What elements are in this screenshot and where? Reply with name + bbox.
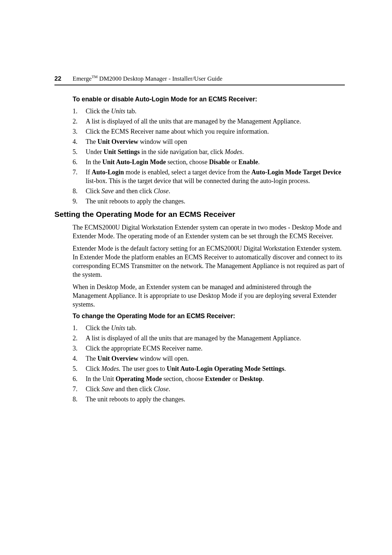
step-item: A list is displayed of all the units tha…	[73, 117, 345, 126]
step-text: section, choose	[162, 375, 205, 382]
step-item: The unit reboots to apply the changes.	[73, 197, 345, 206]
step-item: In the Unit Auto-Login Mode section, cho…	[73, 158, 345, 166]
step-bold: Unit Auto-Login Mode	[102, 158, 166, 166]
step-text: .	[258, 158, 260, 166]
header-rule	[54, 85, 345, 85]
step-text: Click the	[86, 108, 111, 115]
step-bold: Auto-Login	[92, 169, 124, 176]
step-bold: Unit Overview	[97, 138, 138, 145]
step-text: .	[242, 148, 244, 155]
step-text: If	[86, 169, 92, 176]
step-item: Click Save and then click Close.	[73, 385, 345, 393]
step-item: A list is displayed of all the units tha…	[73, 334, 345, 343]
step-text: Click the ECMS Receiver name about which…	[86, 128, 269, 135]
step-item: In the Unit Operating Mode section, choo…	[73, 374, 345, 383]
step-text: or	[230, 158, 238, 166]
step-text: list-box. This is the target device that…	[86, 177, 310, 185]
page-number: 22	[54, 75, 73, 82]
step-text: Click	[86, 187, 102, 195]
paragraph: The ECMS2000U Digital Workstation Extend…	[73, 223, 345, 240]
step-text: The	[86, 355, 97, 362]
header-title-prefix: Emerge	[73, 75, 92, 82]
step-text: The	[86, 138, 97, 145]
step-italic: Units	[111, 108, 125, 115]
step-text: window will open.	[138, 355, 189, 362]
step-text: .	[262, 375, 264, 382]
step-bold: Disable	[209, 158, 230, 166]
step-text: In the Unit	[86, 375, 116, 382]
step-item: The unit reboots to apply the changes.	[73, 395, 345, 404]
trademark-symbol: TM	[92, 74, 98, 79]
step-italic: Units	[111, 324, 125, 332]
step-text: The unit reboots to apply the changes.	[86, 396, 185, 403]
step-bold: Operating Mode	[116, 375, 162, 382]
paragraph: When in Desktop Mode, an Extender system…	[73, 283, 345, 309]
section2-steps: Click the Units tab. A list is displayed…	[73, 324, 345, 404]
step-text: tab.	[125, 324, 136, 332]
step-text: tab.	[125, 108, 136, 115]
step-text: in the side navigation bar, click	[140, 148, 225, 155]
step-text: Click the appropriate ECMS Receiver name…	[86, 345, 203, 352]
step-text: or	[231, 375, 240, 382]
step-text: Click	[86, 385, 102, 393]
step-bold: Auto-Login Mode Target Device	[252, 169, 341, 176]
step-text: The unit reboots to apply the changes.	[86, 198, 185, 205]
step-item: If Auto-Login mode is enabled, select a …	[73, 168, 345, 185]
step-bold: Unit Overview	[97, 355, 138, 362]
section2-heading: To change the Operating Mode for an ECMS…	[73, 312, 345, 320]
step-text: .	[168, 385, 170, 393]
section1-heading: To enable or disable Auto-Login Mode for…	[73, 96, 345, 103]
step-item: The Unit Overview window will open.	[73, 354, 345, 363]
step-item: Under Unit Settings in the side navigati…	[73, 147, 345, 156]
step-text: Click the	[86, 324, 111, 332]
step-bold: Unit Settings	[103, 148, 140, 155]
step-text: section, choose	[166, 158, 209, 166]
step-bold: Desktop	[240, 375, 262, 382]
header-title-suffix: DM2000 Desktop Manager - Installer/User …	[98, 75, 222, 82]
step-italic: Save	[102, 187, 114, 195]
step-bold: Unit Auto-Login Operating Mode Settings	[167, 365, 284, 372]
step-text: Under	[86, 148, 103, 155]
step-text: and then click	[114, 385, 154, 393]
step-text: A list is displayed of all the units tha…	[86, 335, 301, 342]
step-italic: Modes.	[102, 365, 121, 372]
step-item: Click the appropriate ECMS Receiver name…	[73, 344, 345, 353]
step-italic: Close	[154, 385, 168, 393]
step-italic: Save	[102, 385, 114, 393]
step-item: Click the ECMS Receiver name about which…	[73, 127, 345, 136]
step-text: Click	[86, 365, 102, 372]
step-text: .	[284, 365, 286, 372]
section1-steps: Click the Units tab. A list is displayed…	[73, 107, 345, 206]
section-heading-h2: Setting the Operating Mode for an ECMS R…	[54, 210, 345, 219]
step-item: Click the Units tab.	[73, 107, 345, 116]
step-text: In the	[86, 158, 102, 166]
step-item: Click Save and then click Close.	[73, 187, 345, 195]
step-italic: Modes	[225, 148, 242, 155]
step-text: .	[168, 187, 170, 195]
page-header: 22 EmergeTM DM2000 Desktop Manager - Ins…	[54, 74, 345, 82]
step-text: A list is displayed of all the units tha…	[86, 118, 301, 125]
step-text: mode is enabled, select a target device …	[124, 169, 252, 176]
step-text: and then click	[114, 187, 154, 195]
step-bold: Enable	[238, 158, 258, 166]
document-page: 22 EmergeTM DM2000 Desktop Manager - Ins…	[0, 0, 392, 404]
step-item: Click the Units tab.	[73, 324, 345, 332]
step-item: Click Modes. The user goes to Unit Auto-…	[73, 364, 345, 373]
paragraph: Extender Mode is the default factory set…	[73, 244, 345, 279]
header-title: EmergeTM DM2000 Desktop Manager - Instal…	[73, 74, 222, 82]
step-italic: Close	[154, 187, 168, 195]
step-text: The user goes to	[121, 365, 167, 372]
step-bold: Extender	[205, 375, 231, 382]
step-text: window will open	[138, 138, 187, 145]
step-item: The Unit Overview window will open	[73, 137, 345, 146]
